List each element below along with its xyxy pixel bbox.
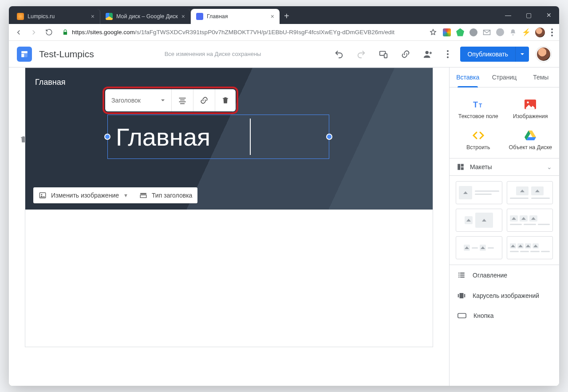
minimize-button[interactable]: —: [498, 6, 518, 24]
tab-sites-active[interactable]: Главная ×: [191, 9, 280, 24]
svg-rect-29: [464, 294, 465, 298]
window-controls: — ▢ ✕: [498, 6, 559, 24]
insert-text-box[interactable]: TT Текстовое поле: [452, 95, 505, 124]
sites-logo-icon[interactable]: [17, 47, 32, 62]
svg-rect-26: [460, 277, 465, 277]
publish-button-group: Опубликовать: [460, 47, 529, 62]
insert-button[interactable]: Кнопка: [450, 306, 559, 325]
tab-pages[interactable]: Страниц: [486, 67, 522, 87]
tab-themes[interactable]: Темы: [523, 67, 559, 87]
list-item-label: Кнопка: [473, 312, 493, 319]
close-icon[interactable]: ×: [181, 13, 185, 20]
insert-label: Встроить: [454, 144, 503, 151]
app-header: Test-Lumpics Все изменения на Диске сохр…: [9, 41, 559, 67]
insert-carousel[interactable]: Карусель изображений: [450, 285, 559, 306]
svg-rect-19: [461, 164, 464, 167]
layout-option[interactable]: [456, 209, 502, 232]
insert-toc[interactable]: Оглавление: [450, 265, 559, 285]
browser-menu-button[interactable]: [549, 28, 555, 36]
forward-button[interactable]: [28, 27, 39, 38]
layout-option[interactable]: [456, 181, 502, 204]
favicon-sites: [196, 13, 203, 20]
layout-option[interactable]: [507, 236, 553, 259]
address-bar: https://sites.google.com/s/1faFgTWSXDCvR…: [9, 24, 559, 41]
tab-lumpics[interactable]: Lumpics.ru ×: [12, 9, 100, 24]
ext-icon[interactable]: [496, 28, 504, 36]
redo-button[interactable]: [354, 47, 369, 62]
close-icon[interactable]: ×: [91, 13, 95, 20]
svg-rect-8: [179, 102, 186, 103]
layout-option[interactable]: [456, 236, 502, 259]
account-avatar[interactable]: [536, 47, 551, 62]
svg-rect-9: [180, 103, 185, 104]
collapse-icon[interactable]: ⌄: [547, 163, 552, 170]
ext-icon[interactable]: [509, 28, 517, 36]
publish-button[interactable]: Опубликовать: [460, 47, 515, 62]
titlebar: Lumpics.ru × Мой диск – Google Диск × Гл…: [9, 6, 559, 24]
hero-section[interactable]: Главная Заголовок: [25, 67, 433, 210]
layout-option[interactable]: [507, 181, 553, 204]
title-text-block[interactable]: Главная: [107, 115, 329, 159]
change-image-button[interactable]: Изменить изображение ▼ Тип заголовка: [33, 187, 197, 203]
favicon-lumpics: [17, 13, 24, 20]
embed-icon: [454, 129, 503, 142]
ext-icon[interactable]: ⚡: [522, 28, 531, 36]
heading-style-dropdown[interactable]: Заголовок: [105, 89, 172, 111]
svg-point-5: [426, 51, 429, 54]
insert-label: Объект на Диске: [506, 144, 555, 151]
insert-images[interactable]: Изображения: [505, 95, 557, 124]
svg-rect-13: [140, 195, 146, 198]
publish-dropdown-button[interactable]: [515, 47, 529, 62]
canvas[interactable]: Главная Заголовок: [9, 67, 449, 386]
insert-link-button[interactable]: [193, 89, 215, 111]
svg-point-17: [527, 102, 529, 103]
resize-handle-right[interactable]: [326, 134, 332, 140]
new-tab-button[interactable]: +: [280, 11, 294, 24]
insert-drive[interactable]: Объект на Диске: [505, 126, 557, 155]
svg-rect-6: [179, 98, 186, 99]
ext-icon[interactable]: [456, 28, 464, 36]
maximize-button[interactable]: ▢: [518, 6, 539, 24]
more-button[interactable]: [442, 48, 453, 61]
layouts-header[interactable]: Макеты ⌄: [450, 158, 559, 176]
favicon-drive: [106, 13, 113, 20]
svg-rect-25: [458, 277, 459, 277]
reload-button[interactable]: [43, 27, 54, 38]
resize-handle-left[interactable]: [104, 134, 110, 140]
delete-button[interactable]: [215, 89, 236, 111]
svg-rect-27: [460, 293, 464, 298]
right-panel: Вставка Страниц Темы TT Текстовое поле И…: [449, 67, 559, 386]
close-icon[interactable]: ×: [271, 13, 274, 20]
insert-label: Изображения: [506, 113, 555, 120]
layout-option[interactable]: [507, 209, 553, 232]
svg-rect-28: [458, 294, 459, 298]
tab-drive[interactable]: Мой диск – Google Диск ×: [100, 9, 191, 24]
link-button[interactable]: [398, 47, 413, 62]
tab-strip: Lumpics.ru × Мой диск – Google Диск × Гл…: [9, 9, 498, 24]
share-button[interactable]: [420, 47, 435, 62]
bookmark-star-icon[interactable]: [428, 27, 438, 38]
ext-icon[interactable]: [469, 28, 477, 36]
page-name-label[interactable]: Главная: [35, 78, 66, 87]
close-window-button[interactable]: ✕: [539, 6, 559, 24]
align-button[interactable]: [172, 89, 193, 111]
site-name[interactable]: Test-Lumpics: [39, 49, 94, 59]
svg-rect-23: [458, 275, 459, 276]
title-text[interactable]: Главная: [116, 123, 210, 151]
extension-icons: ⚡: [443, 28, 531, 36]
preview-button[interactable]: [376, 47, 391, 62]
tab-insert[interactable]: Вставка: [450, 67, 486, 87]
back-button[interactable]: [13, 27, 24, 38]
empty-section[interactable]: [25, 210, 433, 347]
undo-button[interactable]: [331, 47, 347, 62]
insert-embed[interactable]: Встроить: [452, 126, 505, 155]
ext-icon[interactable]: [443, 28, 451, 36]
svg-rect-2: [21, 54, 24, 57]
url-field[interactable]: https://sites.google.com/s/1faFgTWSXDCvR…: [59, 26, 423, 39]
profile-avatar[interactable]: [535, 28, 545, 37]
save-status: Все изменения на Диске сохранены: [101, 51, 325, 57]
svg-rect-7: [180, 99, 185, 100]
browser-window: Lumpics.ru × Мой диск – Google Диск × Гл…: [9, 6, 559, 386]
hero-controls: Изменить изображение ▼ Тип заголовка: [33, 187, 197, 203]
ext-icon[interactable]: [483, 28, 491, 36]
